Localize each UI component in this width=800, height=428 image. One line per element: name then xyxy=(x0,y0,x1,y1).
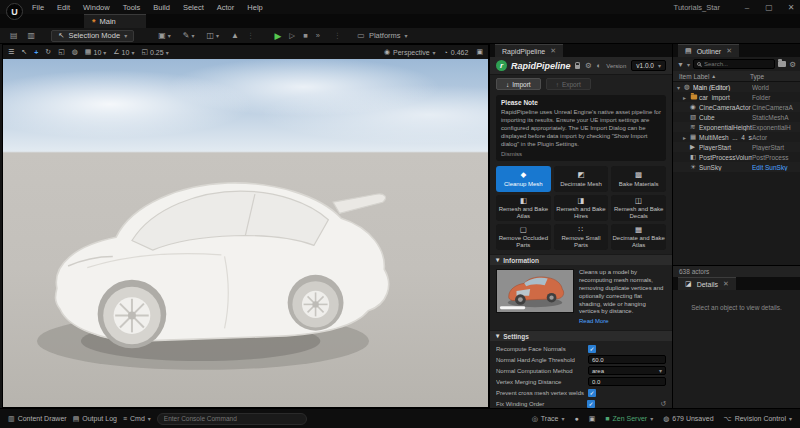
menu-actor[interactable]: Actor xyxy=(217,3,235,12)
export-button[interactable]: ↑ Export xyxy=(546,78,591,90)
menu-tools[interactable]: Tools xyxy=(123,3,141,12)
cinematics-icon[interactable]: ◫ xyxy=(206,31,214,40)
blueprints-icon[interactable]: ✎ xyxy=(183,31,190,40)
skip-icon[interactable]: » xyxy=(316,31,320,40)
dismiss-link[interactable]: Dismiss xyxy=(501,151,661,157)
outliner-row-cinecameraactor[interactable]: ◉ CineCameraActor CineCameraA xyxy=(673,102,800,112)
revision-control-dropdown[interactable]: ⌥ Revision Control ▾ xyxy=(724,415,792,423)
import-button[interactable]: ↓ Import xyxy=(496,78,541,90)
rotate-tool-icon[interactable]: ↻ xyxy=(45,48,51,56)
close-tab-icon[interactable]: ✕ xyxy=(550,47,556,55)
menu-edit[interactable]: Edit xyxy=(57,3,70,12)
outliner-row-postprocessvolume[interactable]: ◧ PostProcessVolume PostProcess xyxy=(673,152,800,162)
setting-checkbox[interactable]: ✓ xyxy=(587,400,595,408)
menu-help[interactable]: Help xyxy=(247,3,262,12)
setting-input[interactable] xyxy=(588,355,666,364)
play-button[interactable]: ▶ xyxy=(274,31,281,41)
console-input[interactable] xyxy=(164,415,300,422)
menu-build[interactable]: Build xyxy=(153,3,170,12)
snapshot-icon[interactable]: ▣ xyxy=(589,415,596,423)
select-tool-icon[interactable]: ↖ xyxy=(21,48,27,56)
preset-decimate-mesh[interactable]: ◩ Decimate Mesh xyxy=(554,166,609,192)
content-drawer-button[interactable]: ▥ Content Drawer xyxy=(8,415,67,423)
expand-icon[interactable]: ▸ xyxy=(683,94,690,101)
output-log-button[interactable]: ▤ Output Log xyxy=(73,415,117,423)
world-coordinate-icon[interactable]: ◍ xyxy=(72,48,78,56)
play-alt-icon[interactable]: ▷ xyxy=(289,31,295,40)
outliner-row-playerstart[interactable]: ▶ PlayerStart PlayerStart xyxy=(673,142,800,152)
zen-server-dropdown[interactable]: ■ Zen Server ▾ xyxy=(605,415,653,422)
read-more-link[interactable]: Read More xyxy=(579,318,666,326)
camera-speed-control[interactable]: ◔ 0.462 xyxy=(444,49,469,56)
outliner-search[interactable] xyxy=(693,59,775,69)
expand-icon[interactable]: ▾ xyxy=(677,84,684,91)
editor-modes-icon[interactable]: ▲ xyxy=(231,31,239,40)
outliner-row-sunsky[interactable]: ☀ SunSky Edit SunSky xyxy=(673,162,800,172)
settings-section-header[interactable]: ▾ Settings xyxy=(490,330,672,341)
menu-select[interactable]: Select xyxy=(183,3,204,12)
preset-remesh-bake-hires[interactable]: ◨ Remesh and Bake Hires xyxy=(554,195,609,221)
move-tool-icon[interactable]: + xyxy=(34,49,38,56)
reset-to-default-icon[interactable]: ↺ xyxy=(660,400,666,408)
platforms-dropdown[interactable]: Platforms xyxy=(369,31,401,40)
tab-rapidpipeline[interactable]: RapidPipeline ✕ xyxy=(495,44,563,57)
gear-icon[interactable]: ⚙ xyxy=(585,61,592,70)
setting-input[interactable] xyxy=(588,377,666,386)
preset-decimate-bake-atlas[interactable]: ▦ Decimate and Bake Atlas xyxy=(611,224,666,250)
viewport-menu-icon[interactable]: ☰ xyxy=(8,48,14,56)
view-mode-dropdown[interactable]: ◉ Perspective ▾ xyxy=(384,48,436,56)
unsaved-changes-button[interactable]: ◍ 679 Unsaved xyxy=(663,415,713,423)
preset-bake-materials[interactable]: ▩ Bake Materials xyxy=(611,166,666,192)
close-tab-icon[interactable]: ✕ xyxy=(723,280,729,288)
level-viewport[interactable]: ☰ ↖ + ↻ ◱ ◍ ▦ 10 ▾ ∠ 10 ▾ ◱ 0.25 xyxy=(2,44,489,408)
outliner-row-main-editor[interactable]: ▾ ◍ Main (Editor) World xyxy=(673,82,800,92)
viewport-canvas[interactable] xyxy=(3,59,488,407)
add-actor-icon[interactable]: ▣ xyxy=(158,31,166,40)
expand-icon[interactable]: ▸ xyxy=(683,134,690,141)
preset-remove-small-parts[interactable]: ∷ Remove Small Parts xyxy=(554,224,609,250)
outliner-row-exponentialheightfog[interactable]: ≋ ExponentialHeightFog ExponentialH xyxy=(673,122,800,132)
outliner-settings-gear-icon[interactable]: ⚙ xyxy=(789,60,796,69)
selection-mode-dropdown[interactable]: ↖ Selection Mode ▾ xyxy=(51,30,134,42)
preset-remesh-bake-decals[interactable]: ◫ Remesh and Bake Decals xyxy=(611,195,666,221)
menu-file[interactable]: File xyxy=(32,3,44,12)
car-3d-model[interactable] xyxy=(13,108,401,379)
filter-icon[interactable]: ▼ xyxy=(677,61,684,68)
row-type-edit-link[interactable]: Edit SunSky xyxy=(752,164,796,171)
column-type[interactable]: Type xyxy=(750,73,794,80)
grid-snap-control[interactable]: ▦ 10 ▾ xyxy=(85,48,106,56)
setting-checkbox[interactable]: ✓ xyxy=(588,345,596,353)
outliner-column-headers[interactable]: Item Label ▲ Type xyxy=(673,71,800,82)
menu-window[interactable]: Window xyxy=(83,3,110,12)
search-input[interactable] xyxy=(704,61,771,67)
close-tab-icon[interactable]: ✕ xyxy=(726,47,732,55)
preset-remove-occluded-parts[interactable]: ▢ Remove Occluded Parts xyxy=(496,224,551,250)
setting-checkbox[interactable]: ✓ xyxy=(588,389,596,397)
save-icon[interactable]: ▤ xyxy=(10,31,18,40)
lock-icon[interactable] xyxy=(575,65,580,69)
trace-dropdown[interactable]: ◎ Trace ▾ xyxy=(532,415,565,423)
close-button[interactable]: ✕ xyxy=(782,3,800,12)
outliner-row-car-import[interactable]: ▸ car_import Folder xyxy=(673,92,800,102)
preset-cleanup-mesh[interactable]: ◆ Cleanup Mesh xyxy=(496,166,551,192)
notifications-bell-icon[interactable]: ● xyxy=(574,415,578,422)
preset-remesh-bake-atlas[interactable]: ◧ Remesh and Bake Atlas xyxy=(496,195,551,221)
outliner-row-cube[interactable]: ▧ Cube StaticMeshA xyxy=(673,112,800,122)
info-icon[interactable]: ◐ xyxy=(597,61,602,70)
setting-select[interactable]: area ▾ xyxy=(588,366,666,375)
column-item-label[interactable]: Item Label xyxy=(679,73,709,80)
tab-outliner[interactable]: ▤ Outliner ✕ xyxy=(678,44,739,57)
maximize-button[interactable]: ▢ xyxy=(760,3,778,12)
minimize-button[interactable]: – xyxy=(738,3,756,12)
scale-tool-icon[interactable]: ◱ xyxy=(58,48,65,56)
rotation-snap-control[interactable]: ∠ 10 ▾ xyxy=(113,48,134,56)
browse-content-icon[interactable]: ▥ xyxy=(28,31,36,40)
tab-details[interactable]: ◪ Details ✕ xyxy=(678,277,736,290)
console-command-field[interactable] xyxy=(157,413,307,425)
create-folder-icon[interactable] xyxy=(778,61,786,67)
outliner-row-multimesh[interactable]: ▸ ▦ MultiMesh_..._4_scene_6 Actor xyxy=(673,132,800,142)
level-tab-main[interactable]: * Main xyxy=(84,14,146,28)
unreal-engine-logo-icon[interactable]: U xyxy=(6,3,23,20)
stop-icon[interactable]: ■ xyxy=(303,31,308,40)
maximize-viewport-icon[interactable]: ▣ xyxy=(476,48,483,56)
